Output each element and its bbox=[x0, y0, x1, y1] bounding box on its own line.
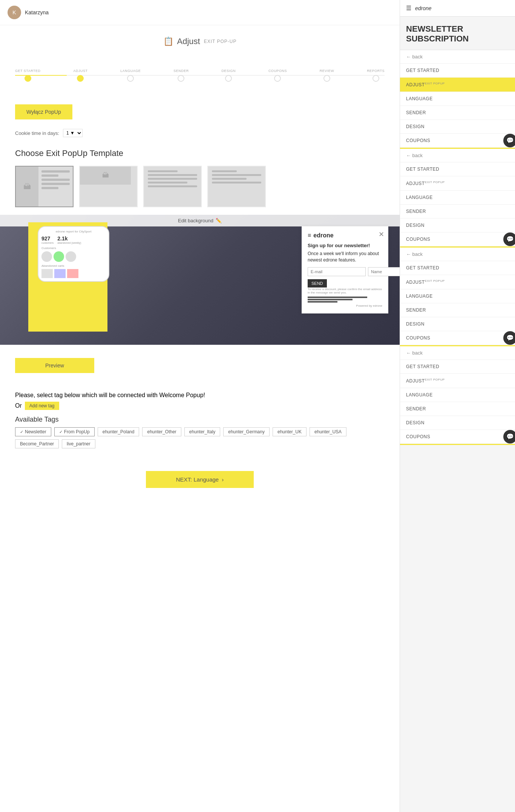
sidebar-item-sender-2[interactable]: SENDER bbox=[400, 205, 515, 219]
sidebar-section-4: ← back GET STARTED ADJUSTEXIT POPUP LANG… bbox=[400, 346, 515, 445]
sidebar-back-2[interactable]: ← back bbox=[400, 149, 515, 162]
sidebar-section-3: ← back GET STARTED ADJUSTEXIT POPUP LANG… bbox=[400, 248, 515, 346]
tag-ehunter-uk[interactable]: ehunter_UK bbox=[273, 427, 307, 436]
sidebar-item-adjust-3[interactable]: ADJUSTEXIT POPUP bbox=[400, 275, 515, 289]
phone-avatar-3 bbox=[66, 251, 76, 262]
preview-button[interactable]: Preview bbox=[15, 358, 94, 373]
tag-ehunter-usa[interactable]: ehunter_USA bbox=[310, 427, 346, 436]
sidebar-item-adjust-1[interactable]: ADJUSTEXIT POPUP bbox=[400, 78, 515, 92]
sidebar-item-coupons-1[interactable]: COUPONS 💬 bbox=[400, 134, 515, 148]
step-label-6: REVIEW bbox=[320, 69, 334, 73]
template-card-1[interactable]: 🏔 bbox=[15, 166, 74, 207]
chat-bubble-icon-2[interactable]: 💬 bbox=[503, 232, 515, 246]
available-tags-title: Available Tags bbox=[15, 416, 385, 424]
popup-powered-by: Powered by edrone bbox=[308, 304, 382, 307]
phone-stat-1: 927 customers bbox=[41, 235, 54, 244]
tag-ehunter-italy[interactable]: ehunter_Italy bbox=[184, 427, 220, 436]
sidebar-item-label: DESIGN bbox=[406, 124, 509, 129]
tag-label-ehunter-italy: ehunter_Italy bbox=[189, 429, 215, 434]
main-content: K Katarzyna 📋 Adjust EXIT POP-UP GET STA… bbox=[0, 0, 400, 812]
template-card-2[interactable]: 🏔 bbox=[79, 166, 138, 207]
sidebar-item-get-started-2[interactable]: GET STARTED bbox=[400, 162, 515, 176]
phone-avatar-1 bbox=[41, 251, 52, 262]
phone-stats: 927 customers 2.1k abandoned (weekly) bbox=[41, 235, 106, 244]
chat-bubble-icon-1[interactable]: 💬 bbox=[503, 134, 515, 147]
chat-bubble-icon-3[interactable]: 💬 bbox=[503, 331, 515, 345]
step-review[interactable]: REVIEW bbox=[320, 69, 334, 82]
popup-body-text: Once a week we'll inform you about newes… bbox=[308, 251, 382, 263]
tag-live-partner[interactable]: live_partner bbox=[62, 439, 95, 448]
sidebar-item-design-2[interactable]: DESIGN bbox=[400, 219, 515, 232]
phone-mockup: edrone report for CitySport 927 customer… bbox=[38, 226, 109, 282]
progress-line: GET STARTED ADJUST LANGUAGE SENDER DESIG… bbox=[15, 58, 385, 86]
sidebar-item-language-4[interactable]: LANGUAGE bbox=[400, 388, 515, 402]
step-sender[interactable]: SENDER bbox=[173, 69, 189, 82]
header: K Katarzyna bbox=[0, 0, 400, 25]
step-get-started[interactable]: GET STARTED bbox=[15, 69, 41, 82]
template-card-4[interactable] bbox=[207, 166, 266, 207]
sidebar-back-4[interactable]: ← back bbox=[400, 346, 515, 360]
popup-send-button[interactable]: SEND bbox=[308, 279, 327, 287]
tag-label-live-partner: live_partner bbox=[67, 441, 90, 447]
sidebar-item-label: GET STARTED bbox=[406, 265, 509, 271]
popup-disclaimer: To receive a discount, please confirm th… bbox=[308, 287, 382, 294]
template-card-3[interactable] bbox=[143, 166, 202, 207]
sidebar-item-coupons-3[interactable]: COUPONS 💬 bbox=[400, 331, 515, 345]
popup-brand-icon: ≡ bbox=[308, 232, 311, 239]
sidebar-item-design-1[interactable]: DESIGN bbox=[400, 120, 515, 134]
sidebar-item-language-2[interactable]: LANGUAGE bbox=[400, 191, 515, 205]
popup-email-input[interactable] bbox=[308, 267, 366, 276]
sidebar-item-design-4[interactable]: DESIGN bbox=[400, 416, 515, 430]
popup-close-button[interactable]: ✕ bbox=[379, 230, 384, 239]
tags-or-label: Or bbox=[15, 402, 22, 409]
page-icon: 📋 bbox=[163, 37, 173, 46]
tag-newsletter[interactable]: ✓Newsletter bbox=[15, 427, 51, 436]
tags-description-row: Please, select tag below which will be c… bbox=[15, 392, 385, 399]
phone-stat-1-label: customers bbox=[41, 242, 54, 244]
sidebar-item-coupons-2[interactable]: COUPONS 💬 bbox=[400, 232, 515, 246]
sidebar-item-get-started-4[interactable]: GET STARTED bbox=[400, 360, 515, 374]
phone-stat-2-value: 2.1k bbox=[57, 235, 81, 242]
hamburger-icon[interactable]: ☰ bbox=[406, 5, 411, 12]
tmock-right-1 bbox=[38, 167, 73, 206]
step-design[interactable]: DESIGN bbox=[222, 69, 236, 82]
popup-brand-name: edrone bbox=[313, 232, 333, 239]
sidebar-item-label: ADJUSTEXIT POPUP bbox=[406, 279, 509, 285]
template-section: Choose Exit PopUp Template 🏔 bbox=[0, 145, 400, 215]
sidebar-item-adjust-4[interactable]: ADJUSTEXIT POPUP bbox=[400, 374, 515, 388]
tag-label-become-partner: Become_Partner bbox=[20, 441, 54, 447]
next-button[interactable]: NEXT: Language › bbox=[146, 471, 254, 488]
sidebar-item-get-started-3[interactable]: GET STARTED bbox=[400, 261, 515, 275]
template-mockup-4 bbox=[208, 167, 265, 206]
cookie-section: Cookie time in days: 1 ▼ 2 3 7 bbox=[0, 127, 400, 145]
popup-name-input[interactable] bbox=[368, 267, 400, 276]
page-title: Adjust bbox=[177, 37, 200, 46]
sidebar-back-1[interactable]: ← back bbox=[400, 50, 515, 64]
step-reports[interactable]: REPORTS bbox=[367, 69, 385, 82]
sidebar-back-3[interactable]: ← back bbox=[400, 248, 515, 261]
cookie-select[interactable]: 1 ▼ 2 3 7 bbox=[63, 129, 83, 137]
sidebar-item-get-started-1[interactable]: GET STARTED bbox=[400, 64, 515, 78]
tag-ehunter-germany[interactable]: ehunter_Germany bbox=[223, 427, 270, 436]
add-new-tag-button[interactable]: Add new tag bbox=[25, 402, 59, 410]
tag-ehunter-poland[interactable]: ehunter_Poland bbox=[98, 427, 139, 436]
sidebar-item-language-1[interactable]: LANGUAGE bbox=[400, 92, 515, 106]
tag-become-partner[interactable]: Become_Partner bbox=[15, 439, 59, 448]
page-subtitle: EXIT POP-UP bbox=[204, 39, 237, 44]
tag-from-popup[interactable]: ✓From PopUp bbox=[54, 427, 95, 436]
sidebar-item-language-3[interactable]: LANGUAGE bbox=[400, 289, 515, 303]
sidebar-item-design-3[interactable]: DESIGN bbox=[400, 317, 515, 331]
tag-ehunter-other[interactable]: ehunter_Other bbox=[142, 427, 181, 436]
step-language[interactable]: LANGUAGE bbox=[120, 69, 141, 82]
sidebar-item-label: SENDER bbox=[406, 209, 509, 214]
sidebar-item-sender-3[interactable]: SENDER bbox=[400, 303, 515, 317]
step-coupons[interactable]: COUPONS bbox=[268, 69, 287, 82]
chat-bubble-icon-4[interactable]: 💬 bbox=[503, 430, 515, 443]
toggle-popup-button[interactable]: Wyłącz PopUp bbox=[15, 104, 72, 119]
sidebar-item-adjust-2[interactable]: ADJUSTEXIT POPUP bbox=[400, 176, 515, 191]
preview-btn-section: Preview bbox=[0, 352, 400, 384]
step-adjust[interactable]: ADJUST bbox=[73, 69, 87, 82]
sidebar-item-sender-4[interactable]: SENDER bbox=[400, 402, 515, 416]
sidebar-item-coupons-4[interactable]: COUPONS 💬 bbox=[400, 430, 515, 444]
sidebar-item-sender-1[interactable]: SENDER bbox=[400, 106, 515, 120]
